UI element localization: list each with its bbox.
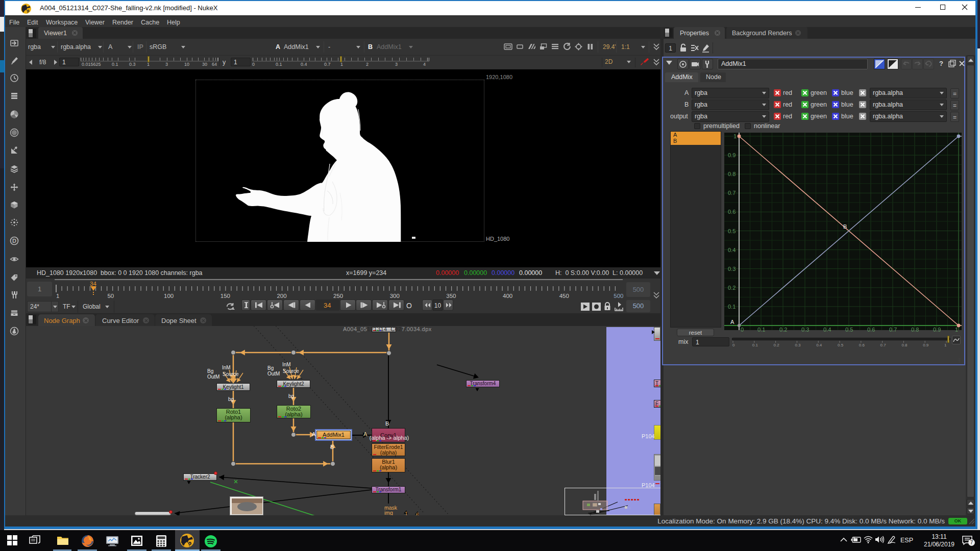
svg-text:D: D [12,238,16,244]
